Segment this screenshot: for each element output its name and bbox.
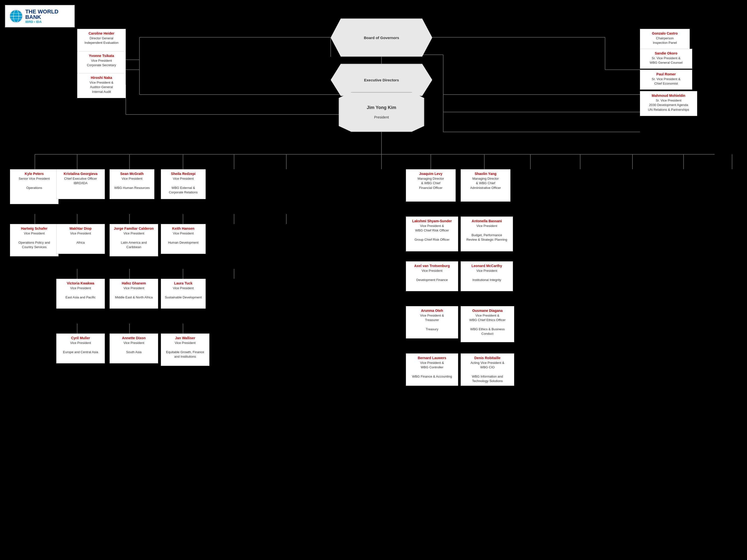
victoria-kwakwa-name: Victoria Kwakwa: [59, 281, 102, 286]
card-hartwig-schafer: Hartwig Schafer Vice PresidentOperations…: [10, 224, 58, 256]
card-victoria-kwakwa: Victoria Kwakwa Vice PresidentEast Asia …: [56, 279, 105, 309]
sandie-okoro-name: Sandie Okoro: [643, 51, 690, 55]
card-kyle-peters: Kyle Peters Senior Vice PresidentOperati…: [10, 169, 58, 204]
yvonne-tsikata-title: Vice PresidentCorporate Secretary: [80, 58, 123, 68]
card-yvonne-tsikata: Yvonne Tsikata Vice PresidentCorporate S…: [77, 51, 126, 75]
executive-directors-shape: Executive Directors: [331, 64, 432, 96]
sandie-okoro-title: Sr. Vice President &WBG General Counsel: [643, 56, 690, 65]
kristalina-georgieva-name: Kristalina Georgieva: [59, 171, 102, 176]
card-shaolin-yang: Shaolin Yang Managing Director& WBG Chie…: [461, 169, 511, 202]
sheila-redzepi-name: Sheila Redzepi: [163, 171, 203, 176]
logo-text: THE WORLD BANK IBRD • IDA: [25, 9, 70, 24]
card-arunma-oteh: Arunma Oteh Vice President &TreasurerTre…: [406, 306, 458, 339]
jan-walliser-name: Jan Walliser: [163, 336, 207, 340]
antonella-bassani-name: Antonella Bassani: [463, 219, 510, 223]
ousmane-diagana-name: Ousmane Diagana: [463, 309, 511, 313]
card-sheila-redzepi: Sheila Redzepi Vice PresidentWBG Externa…: [161, 169, 206, 199]
card-sean-mcgrath: Sean McGrath Vice PresidentWBG Human Res…: [109, 169, 154, 199]
board-of-governors-label: Board of Governors: [362, 34, 401, 42]
president-shape: Jim Yong Kim President: [339, 92, 424, 132]
card-kristalina-georgieva: Kristalina Georgieva Chief Executive Off…: [56, 169, 105, 199]
card-caroline-heider: Caroline Heider Director GeneralIndepend…: [77, 29, 126, 54]
card-keith-hansen: Keith Hansen Vice PresidentHuman Develop…: [161, 224, 206, 254]
lakshmi-shyam-sunder-title: Vice President &WBG Chief Risk OfficerGr…: [409, 224, 456, 242]
sean-mcgrath-name: Sean McGrath: [112, 171, 152, 176]
leonard-mccarthy-title: Vice PresidentInstitutional Integrity: [463, 269, 510, 282]
keith-hansen-title: Vice PresidentHuman Development: [163, 231, 203, 245]
bernard-lauwers-name: Bernard Lauwers: [409, 356, 456, 360]
arunma-oteh-name: Arunma Oteh: [409, 309, 456, 313]
card-makhtar-diop: Makhtar Diop Vice PresidentAfrica: [56, 224, 105, 254]
card-lakshmi-shyam-sunder: Lakshmi Shyam-Sunder Vice President &WBG…: [406, 216, 458, 251]
card-denis-robitaille: Denis Robitaille Acting Vice President &…: [461, 353, 514, 386]
joaquim-levy-title: Managing Director& WBG ChiefFinancial Of…: [409, 177, 453, 190]
makhtar-diop-title: Vice PresidentAfrica: [59, 231, 102, 245]
hiroshi-naka-title: Vice President &Auditor-GeneralInternal …: [80, 80, 123, 94]
card-sandie-okoro: Sandie Okoro Sr. Vice President &WBG Gen…: [640, 49, 692, 69]
hartwig-schafer-name: Hartwig Schafer: [13, 226, 56, 231]
arunma-oteh-title: Vice President &TreasurerTreasury: [409, 313, 456, 331]
jorge-familiar-title: Vice PresidentLatin America andCaribbean: [112, 231, 155, 249]
mahmoud-mohieldin-name: Mahmoud Mohieldin: [643, 93, 694, 98]
leonard-mccarthy-name: Leonard McCarthy: [463, 264, 510, 268]
card-laura-tuck: Laura Tuck Vice PresidentSustainable Dev…: [161, 279, 206, 309]
sheila-redzepi-title: Vice PresidentWBG External &Corporate Re…: [163, 177, 203, 195]
axel-van-trotsenburg-title: Vice PresidentDevelopment Finance: [409, 269, 456, 282]
yvonne-tsikata-name: Yvonne Tsikata: [80, 54, 123, 58]
laura-tuck-title: Vice PresidentSustainable Development: [163, 286, 203, 300]
hafez-ghanem-name: Hafez Ghanem: [112, 281, 155, 286]
gonzalo-castro-title: ChairpersonInspection Panel: [643, 36, 687, 45]
card-ousmane-diagana: Ousmane Diagana Vice President &WBG Chie…: [461, 306, 514, 342]
annette-dixon-title: Vice PresidentSouth Asia: [112, 341, 155, 354]
card-hiroshi-naka: Hiroshi Naka Vice President &Auditor-Gen…: [77, 73, 126, 98]
victoria-kwakwa-title: Vice PresidentEast Asia and Pacific: [59, 286, 102, 300]
hiroshi-naka-name: Hiroshi Naka: [80, 75, 123, 80]
kyle-peters-name: Kyle Peters: [13, 171, 56, 176]
denis-robitaille-name: Denis Robitaille: [463, 356, 511, 360]
card-jorge-familiar: Jorge Familiar Calderon Vice PresidentLa…: [109, 224, 158, 256]
cyril-muller-name: Cyril Muller: [59, 336, 102, 340]
shaolin-yang-title: Managing Director& WBG ChiefAdministrati…: [463, 177, 508, 190]
paul-romer-title: Sr. Vice President &Chief Economist: [643, 77, 690, 86]
card-antonella-bassani: Antonella Bassani Vice PresidentBudget, …: [461, 216, 513, 251]
logo-title: THE WORLD BANK: [25, 9, 70, 20]
antonella-bassani-title: Vice PresidentBudget, PerformanceReview …: [463, 224, 510, 242]
card-bernard-lauwers: Bernard Lauwers Vice President &WBG Cont…: [406, 353, 458, 386]
logo: THE WORLD BANK IBRD • IDA: [5, 5, 75, 27]
lakshmi-shyam-sunder-name: Lakshmi Shyam-Sunder: [409, 219, 456, 223]
cyril-muller-title: Vice PresidentEurope and Central Asia: [59, 341, 102, 354]
logo-subtitle: IBRD • IDA: [25, 20, 70, 24]
jorge-familiar-name: Jorge Familiar Calderon: [112, 226, 155, 231]
board-of-governors-shape: Board of Governors: [331, 19, 432, 57]
card-axel-van-trotsenburg: Axel van Trotsenburg Vice PresidentDevel…: [406, 261, 458, 291]
shaolin-yang-name: Shaolin Yang: [463, 171, 508, 176]
card-joaquim-levy: Joaquim Levy Managing Director& WBG Chie…: [406, 169, 456, 202]
card-annette-dixon: Annette Dixon Vice PresidentSouth Asia: [109, 334, 158, 364]
joaquim-levy-name: Joaquim Levy: [409, 171, 453, 176]
hartwig-schafer-title: Vice PresidentOperations Policy andCount…: [13, 231, 56, 249]
jan-walliser-title: Vice PresidentEquitable Growth, Financea…: [163, 341, 207, 359]
makhtar-diop-name: Makhtar Diop: [59, 226, 102, 231]
mahmoud-mohieldin-title: Sr. Vice President2030 Development Agend…: [643, 98, 694, 112]
caroline-heider-name: Caroline Heider: [80, 31, 123, 35]
president-name: Jim Yong Kim: [365, 103, 398, 112]
card-leonard-mccarthy: Leonard McCarthy Vice PresidentInstituti…: [461, 261, 513, 291]
card-mahmoud-mohieldin: Mahmoud Mohieldin Sr. Vice President2030…: [640, 91, 697, 116]
kristalina-georgieva-title: Chief Executive OfficerIBRD/IDA: [59, 177, 102, 185]
kyle-peters-title: Senior Vice PresidentOperations: [13, 177, 56, 190]
card-cyril-muller: Cyril Muller Vice PresidentEurope and Ce…: [56, 334, 105, 364]
world-bank-logo-icon: [9, 9, 23, 24]
denis-robitaille-title: Acting Vice President &WBG CIOWBG Inform…: [463, 361, 511, 383]
axel-van-trotsenburg-name: Axel van Trotsenburg: [409, 264, 456, 268]
keith-hansen-name: Keith Hansen: [163, 226, 203, 231]
annette-dixon-name: Annette Dixon: [112, 336, 155, 340]
sean-mcgrath-title: Vice PresidentWBG Human Resources: [112, 177, 152, 190]
paul-romer-name: Paul Romer: [643, 72, 690, 76]
card-paul-romer: Paul Romer Sr. Vice President &Chief Eco…: [640, 70, 692, 89]
hafez-ghanem-title: Vice PresidentMiddle East & North Africa: [112, 286, 155, 300]
laura-tuck-name: Laura Tuck: [163, 281, 203, 286]
bernard-lauwers-title: Vice President &WBG ControllerWBG Financ…: [409, 361, 456, 379]
gonzalo-castro-name: Gonzalo Castro: [643, 31, 687, 35]
ousmane-diagana-title: Vice President &WBG Chief Ethics Officer…: [463, 313, 511, 336]
executive-directors-label: Executive Directors: [362, 76, 401, 84]
